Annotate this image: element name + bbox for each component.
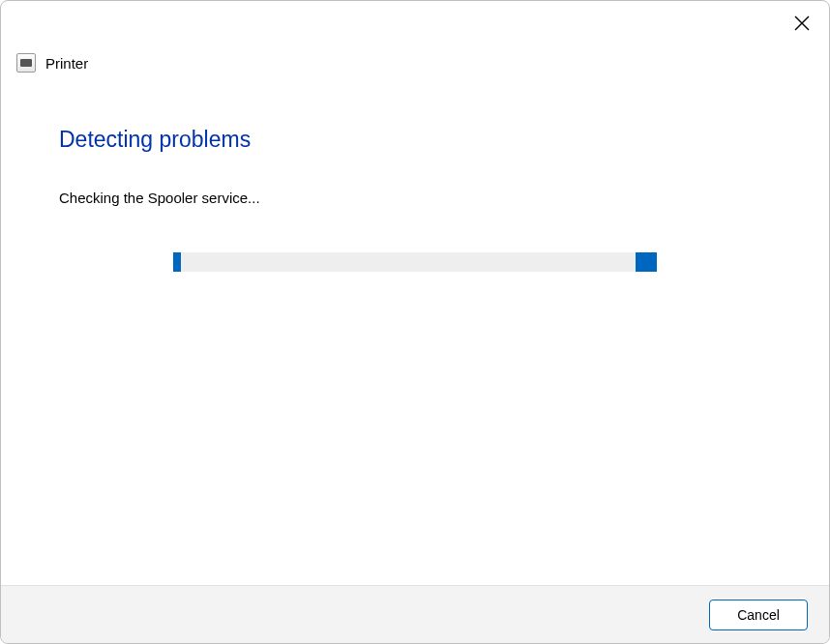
titlebar: [1, 1, 829, 44]
content-area: Detecting problems Checking the Spooler …: [1, 73, 829, 585]
progress-container: [59, 252, 771, 272]
printer-icon: [16, 53, 36, 73]
close-button[interactable]: [788, 11, 815, 38]
header-title: Printer: [45, 55, 88, 72]
progress-chunk: [636, 252, 657, 272]
cancel-button[interactable]: Cancel: [709, 600, 808, 630]
troubleshooter-window: Printer Detecting problems Checking the …: [0, 0, 830, 644]
progress-bar: [173, 252, 657, 272]
progress-chunk: [173, 252, 181, 272]
header-row: Printer: [1, 53, 829, 73]
page-heading: Detecting problems: [59, 127, 771, 153]
footer: Cancel: [1, 585, 829, 643]
close-icon: [794, 15, 810, 34]
status-text: Checking the Spooler service...: [59, 190, 771, 206]
